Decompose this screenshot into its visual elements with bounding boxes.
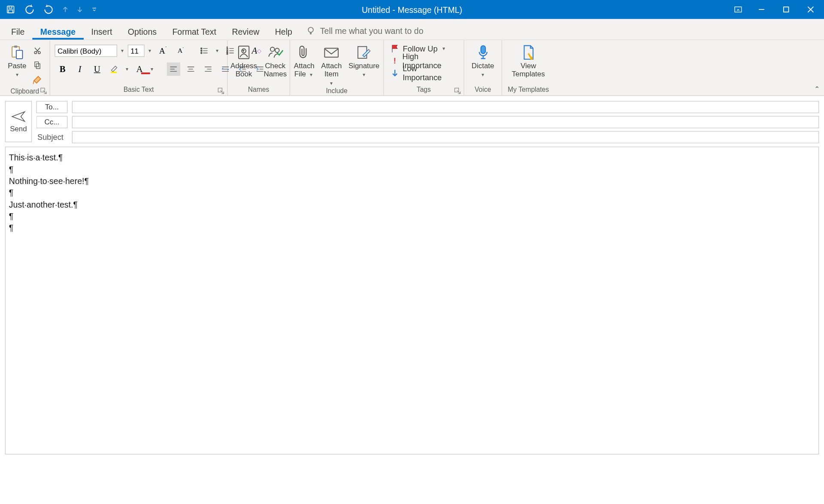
group-label-tags: Tags	[384, 84, 464, 95]
exclamation-icon: !	[391, 56, 399, 65]
quick-access-toolbar	[1, 0, 102, 19]
low-importance-button[interactable]: Low Importance	[388, 67, 459, 79]
group-label-names: Names	[227, 84, 289, 95]
chevron-down-icon[interactable]: ▾	[147, 48, 153, 54]
svg-point-28	[201, 50, 202, 51]
underline-button[interactable]: U	[91, 63, 104, 76]
tab-format-text[interactable]: Format Text	[164, 23, 224, 39]
dialog-launcher-icon[interactable]	[218, 88, 224, 94]
body-line: ¶	[9, 210, 815, 222]
message-body[interactable]: This·is·a·test.¶ ¶ Nothing·to·see·here!¶…	[5, 147, 819, 455]
body-line: Nothing·to·see·here!¶	[9, 175, 815, 187]
bullets-button[interactable]	[197, 44, 211, 57]
chevron-down-icon[interactable]: ▾	[119, 48, 125, 54]
arrow-down-icon	[391, 69, 399, 78]
svg-point-62	[275, 48, 279, 52]
align-left-button[interactable]	[167, 63, 180, 76]
tab-help[interactable]: Help	[267, 23, 300, 39]
message-header: Send To... Cc... Subject	[0, 96, 824, 147]
cc-field[interactable]	[72, 116, 819, 128]
body-line: This·is·a·test.¶	[9, 152, 815, 163]
close-button[interactable]	[798, 0, 823, 19]
svg-rect-2	[9, 10, 13, 13]
signature-button[interactable]: Signature▾	[345, 42, 383, 78]
ribbon-tabs: File Message Insert Options Format Text …	[0, 19, 824, 40]
highlight-button[interactable]	[108, 63, 121, 76]
dialog-launcher-icon[interactable]	[40, 88, 47, 94]
body-line: Just·another·test.¶	[9, 199, 815, 210]
svg-rect-22	[36, 64, 40, 69]
attach-file-button[interactable]: Attach File ▾	[291, 42, 318, 78]
window-controls	[727, 0, 823, 19]
svg-point-61	[270, 47, 275, 51]
body-line: ¶	[9, 222, 815, 233]
signature-icon	[355, 43, 373, 61]
customize-qat-button[interactable]	[87, 0, 102, 19]
minimize-button[interactable]	[749, 0, 774, 19]
svg-rect-63	[324, 48, 338, 57]
attach-item-button[interactable]: Attach Item ▾	[318, 42, 345, 87]
group-label-voice: Voice	[464, 84, 502, 95]
tell-me-search[interactable]: Tell me what you want to do	[300, 22, 429, 40]
subject-field[interactable]	[72, 131, 819, 144]
svg-rect-1	[9, 6, 12, 8]
bold-button[interactable]: B	[56, 63, 69, 76]
send-icon	[11, 110, 26, 123]
paste-button[interactable]: Paste▾	[4, 42, 30, 78]
ribbon: Paste▾ Clipboard ▾ ▾ Aˆ	[0, 40, 824, 96]
tab-review[interactable]: Review	[224, 23, 267, 39]
tab-file[interactable]: File	[3, 23, 33, 39]
view-templates-button[interactable]: View Templates	[509, 42, 548, 78]
dialog-launcher-icon[interactable]	[454, 88, 461, 94]
align-center-button[interactable]	[184, 63, 197, 76]
grow-font-button[interactable]: Aˆ	[156, 44, 170, 57]
next-item-button[interactable]	[73, 0, 87, 19]
format-painter-button[interactable]	[31, 73, 44, 86]
ribbon-display-options-button[interactable]	[727, 0, 749, 19]
send-button[interactable]: Send	[5, 101, 32, 142]
redo-button[interactable]	[39, 0, 58, 19]
address-book-button[interactable]: Address Book	[227, 42, 261, 78]
svg-rect-8	[784, 7, 789, 12]
group-label-include: Include	[290, 87, 383, 96]
previous-item-button[interactable]	[58, 0, 73, 19]
copy-button[interactable]	[31, 59, 44, 72]
svg-rect-16	[16, 50, 22, 59]
body-line: ¶	[9, 163, 815, 175]
italic-button[interactable]: I	[73, 63, 86, 76]
check-names-icon	[267, 43, 285, 61]
check-names-button[interactable]: Check Names	[261, 42, 290, 78]
save-button[interactable]	[1, 0, 20, 19]
svg-point-60	[242, 49, 246, 53]
tab-options[interactable]: Options	[120, 23, 165, 39]
tab-insert[interactable]: Insert	[83, 23, 120, 39]
to-button[interactable]: To...	[36, 101, 68, 113]
svg-marker-72	[12, 112, 24, 121]
shrink-font-button[interactable]: Aˇ	[174, 44, 188, 57]
cc-button[interactable]: Cc...	[36, 116, 68, 128]
maximize-button[interactable]	[774, 0, 798, 19]
svg-line-23	[33, 81, 34, 84]
undo-button[interactable]	[20, 0, 39, 19]
tell-me-placeholder: Tell me what you want to do	[320, 26, 424, 35]
svg-rect-21	[35, 62, 39, 66]
svg-point-26	[201, 48, 202, 49]
paste-icon	[8, 43, 26, 61]
tab-message[interactable]: Message	[33, 23, 84, 39]
font-name-combo[interactable]	[55, 45, 117, 57]
body-line: ¶	[9, 187, 815, 198]
window-title: Untitled - Message (HTML)	[0, 5, 824, 14]
collapse-ribbon-button[interactable]: ⌃	[814, 85, 820, 93]
svg-rect-69	[481, 46, 485, 54]
align-right-button[interactable]	[201, 63, 215, 76]
flag-icon	[391, 44, 400, 53]
font-size-combo[interactable]	[128, 45, 145, 57]
svg-rect-38	[111, 72, 117, 73]
dictate-button[interactable]: Dictate▾	[468, 42, 497, 78]
to-field[interactable]	[72, 101, 819, 113]
cut-button[interactable]	[31, 44, 44, 57]
envelope-icon	[323, 43, 341, 61]
group-label-templates: My Templates	[502, 84, 554, 95]
templates-icon	[519, 43, 537, 61]
address-book-icon	[235, 43, 253, 61]
